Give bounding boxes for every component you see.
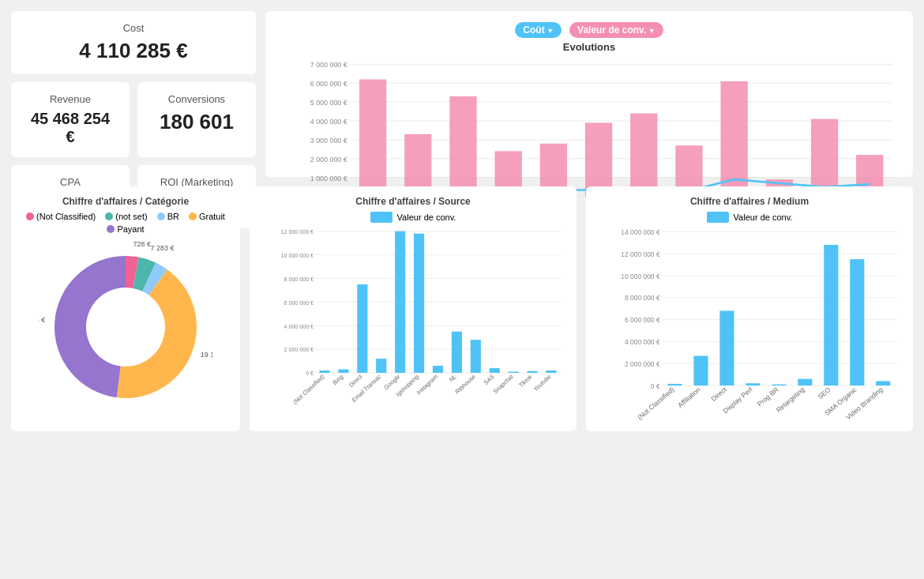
svg-text:SAS: SAS (483, 373, 495, 386)
svg-text:2 000 000 €: 2 000 000 € (625, 360, 660, 368)
svg-text:6 000 000 €: 6 000 000 € (310, 80, 347, 88)
svg-text:(Not Classified): (Not Classified) (292, 373, 326, 406)
svg-text:8 000 000 €: 8 000 000 € (625, 294, 660, 302)
svg-text:0 €: 0 € (651, 382, 660, 390)
svg-text:(Not Classified): (Not Classified) (636, 385, 676, 421)
svg-text:7 000 000 €: 7 000 000 € (310, 61, 347, 69)
svg-rect-40 (338, 370, 348, 373)
evolutions-card: Coût Valeur de conv. Evolutions 0 €1 000… (265, 11, 913, 177)
medium-title: Chiffre d'affaires / Medium (690, 196, 809, 207)
svg-rect-41 (357, 284, 367, 373)
donut-legend: (Not Classified)(not set)BRGratuitPayant (22, 212, 229, 234)
cost-card: Cost 4 110 285 € (11, 11, 256, 74)
source-legend-box (370, 212, 393, 223)
svg-text:Instagram: Instagram (415, 373, 439, 397)
top-row: Cost 4 110 285 € Revenue 45 468 254 € Co… (11, 11, 913, 177)
svg-rect-42 (376, 359, 386, 373)
svg-text:Snapchat: Snapchat (492, 372, 515, 395)
evolutions-title: Evolutions (278, 41, 900, 53)
svg-rect-85 (798, 379, 812, 385)
cout-chip[interactable]: Coût (515, 22, 562, 38)
svg-text:NL: NL (448, 373, 457, 384)
source-chart-card: Chiffre d'affaires / Source Valeur de co… (250, 186, 577, 431)
svg-rect-88 (876, 381, 890, 385)
svg-text:12 000 000 €: 12 000 000 € (621, 250, 660, 258)
svg-text:Direct: Direct (709, 385, 728, 404)
donut-chart: 728 €7 283 €19 194 9056 200 483 € (39, 240, 212, 414)
conversions-label: Conversions (153, 93, 240, 105)
svg-rect-43 (395, 231, 405, 373)
svg-text:Youtube: Youtube (532, 373, 552, 393)
svg-text:4 000 000 €: 4 000 000 € (284, 322, 314, 329)
medium-legend-label: Valeur de conv. (734, 212, 793, 222)
svg-text:Display Perf: Display Perf (721, 385, 754, 415)
svg-rect-46 (452, 332, 462, 373)
dashboard: Cost 4 110 285 € Revenue 45 468 254 € Co… (0, 0, 924, 442)
svg-text:5 000 000 €: 5 000 000 € (310, 99, 347, 107)
svg-text:6 000 000 €: 6 000 000 € (284, 299, 314, 306)
svg-rect-45 (433, 366, 443, 373)
medium-chart-card: Chiffre d'affaires / Medium Valeur de co… (586, 186, 913, 431)
svg-rect-16 (359, 79, 386, 196)
svg-text:4 000 000 €: 4 000 000 € (625, 338, 660, 346)
medium-legend-box (707, 212, 729, 223)
source-legend: Valeur de conv. (370, 212, 456, 223)
svg-text:1 000 000 €: 1 000 000 € (310, 175, 347, 182)
cost-value: 4 110 285 € (27, 39, 240, 63)
svg-rect-44 (414, 234, 424, 373)
svg-text:6 200 483 €: 6 200 483 € (39, 316, 45, 324)
medium-chart: (Not Classified)AffiliationDirectDisplay… (597, 226, 902, 438)
svg-text:2 000 000 €: 2 000 000 € (310, 156, 347, 164)
svg-text:10 000 000 €: 10 000 000 € (281, 252, 314, 259)
medium-legend: Valeur de conv. (707, 212, 793, 223)
svg-text:4 000 000 €: 4 000 000 € (310, 118, 347, 126)
svg-text:3 000 000 €: 3 000 000 € (310, 137, 347, 145)
cost-label: Cost (27, 22, 240, 34)
svg-text:Tiktok: Tiktok (517, 373, 533, 389)
svg-text:10 000 000 €: 10 000 000 € (621, 273, 660, 280)
conversions-card: Conversions 180 601 (137, 82, 256, 157)
svg-text:0 €: 0 € (306, 370, 314, 377)
revenue-value: 45 468 254 € (27, 110, 114, 146)
svg-text:14 000 000 €: 14 000 000 € (621, 228, 660, 236)
svg-text:SEO: SEO (817, 385, 832, 401)
source-title: Chiffre d'affaires / Source (355, 196, 471, 207)
svg-rect-47 (471, 340, 481, 373)
svg-rect-81 (693, 355, 708, 385)
svg-rect-26 (811, 119, 838, 197)
svg-text:12 000 000 €: 12 000 000 € (281, 228, 314, 235)
revenue-card: Revenue 45 468 254 € (11, 82, 130, 157)
conversions-value: 180 601 (153, 110, 240, 134)
svg-text:Retargeting: Retargeting (775, 385, 806, 414)
evolutions-header: Coût Valeur de conv. (278, 22, 900, 38)
svg-rect-18 (449, 96, 476, 197)
svg-text:7 283 €: 7 283 € (151, 244, 175, 252)
svg-rect-82 (719, 310, 734, 385)
revenue-label: Revenue (27, 93, 114, 105)
svg-rect-87 (850, 259, 864, 385)
valeur-chip[interactable]: Valeur de conv. (569, 22, 663, 38)
source-chart: (Not Classified)BingDirectEmail TransacG… (261, 226, 565, 422)
donut-card: Chiffre d'affaires / Catégorie (Not Clas… (11, 186, 240, 431)
svg-text:Prog BR: Prog BR (756, 385, 780, 408)
svg-text:Bing: Bing (332, 373, 344, 386)
svg-rect-86 (824, 245, 838, 385)
svg-text:728 €: 728 € (133, 240, 152, 248)
svg-rect-21 (585, 122, 612, 196)
bottom-row: Chiffre d'affaires / Catégorie (Not Clas… (11, 186, 913, 431)
svg-text:Affiliation: Affiliation (676, 385, 702, 409)
svg-text:8 000 000 €: 8 000 000 € (284, 276, 314, 283)
svg-text:2 000 000 €: 2 000 000 € (284, 346, 314, 353)
left-metrics: Cost 4 110 285 € Revenue 45 468 254 € Co… (11, 11, 256, 177)
svg-text:19 194 905: 19 194 905 (201, 351, 212, 359)
svg-rect-22 (630, 114, 657, 197)
svg-rect-48 (490, 368, 500, 373)
svg-text:Direct: Direct (347, 372, 363, 389)
donut-title: Chiffre d'affaires / Catégorie (62, 196, 189, 207)
svg-text:6 000 000 €: 6 000 000 € (625, 316, 660, 324)
source-legend-label: Valeur de conv. (397, 212, 456, 222)
svg-text:Rtbhouse: Rtbhouse (454, 373, 477, 396)
